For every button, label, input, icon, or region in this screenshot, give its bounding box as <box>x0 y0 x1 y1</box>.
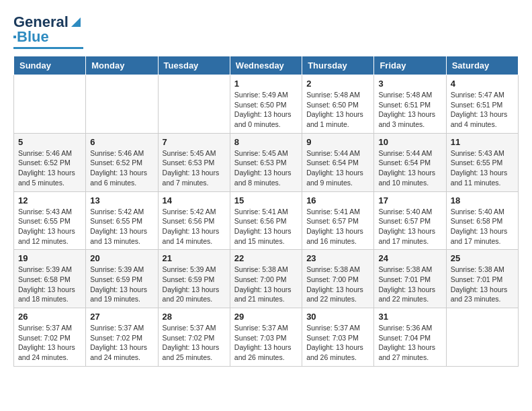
page-header: General Blue <box>13 13 519 49</box>
calendar-cell: 22Sunrise: 5:38 AM Sunset: 7:00 PM Dayli… <box>230 250 302 308</box>
day-number: 10 <box>378 137 441 147</box>
logo-triangle-icon <box>69 15 83 30</box>
day-number: 22 <box>234 253 298 263</box>
day-number: 13 <box>90 195 153 205</box>
calendar-table: SundayMondayTuesdayWednesdayThursdayFrid… <box>13 56 519 367</box>
day-number: 29 <box>234 312 298 322</box>
day-number: 19 <box>18 253 81 263</box>
calendar-cell: 1Sunrise: 5:49 AM Sunset: 6:50 PM Daylig… <box>230 75 302 134</box>
calendar-cell: 5Sunrise: 5:46 AM Sunset: 6:52 PM Daylig… <box>14 133 86 191</box>
calendar-week-row: 12Sunrise: 5:43 AM Sunset: 6:55 PM Dayli… <box>14 191 519 250</box>
calendar-cell: 2Sunrise: 5:48 AM Sunset: 6:50 PM Daylig… <box>302 75 374 134</box>
day-info: Sunrise: 5:44 AM Sunset: 6:54 PM Dayligh… <box>306 148 369 188</box>
calendar-cell: 23Sunrise: 5:38 AM Sunset: 7:00 PM Dayli… <box>302 250 374 308</box>
calendar-cell <box>158 75 230 134</box>
calendar-weekday-header: Thursday <box>302 56 374 75</box>
calendar-weekday-header: Tuesday <box>158 56 230 75</box>
day-info: Sunrise: 5:38 AM Sunset: 7:01 PM Dayligh… <box>451 265 514 304</box>
day-number: 4 <box>451 79 514 89</box>
calendar-cell: 16Sunrise: 5:41 AM Sunset: 6:57 PM Dayli… <box>302 191 374 250</box>
day-number: 25 <box>451 253 514 263</box>
day-number: 30 <box>306 312 369 322</box>
day-info: Sunrise: 5:43 AM Sunset: 6:55 PM Dayligh… <box>451 148 514 188</box>
calendar-cell: 15Sunrise: 5:41 AM Sunset: 6:56 PM Dayli… <box>230 191 302 250</box>
day-info: Sunrise: 5:40 AM Sunset: 6:57 PM Dayligh… <box>378 207 441 246</box>
calendar-weekday-header: Friday <box>374 56 446 75</box>
calendar-cell: 25Sunrise: 5:38 AM Sunset: 7:01 PM Dayli… <box>446 250 518 308</box>
day-number: 17 <box>378 195 441 205</box>
day-info: Sunrise: 5:39 AM Sunset: 6:59 PM Dayligh… <box>163 265 226 304</box>
day-info: Sunrise: 5:41 AM Sunset: 6:57 PM Dayligh… <box>306 207 369 246</box>
day-number: 26 <box>18 312 81 322</box>
day-number: 11 <box>451 137 514 147</box>
day-info: Sunrise: 5:37 AM Sunset: 7:03 PM Dayligh… <box>234 323 298 363</box>
calendar-week-row: 19Sunrise: 5:39 AM Sunset: 6:58 PM Dayli… <box>14 250 519 308</box>
calendar-cell <box>86 75 158 134</box>
calendar-cell: 28Sunrise: 5:37 AM Sunset: 7:02 PM Dayli… <box>158 308 230 367</box>
day-info: Sunrise: 5:38 AM Sunset: 7:00 PM Dayligh… <box>306 265 369 304</box>
calendar-cell: 26Sunrise: 5:37 AM Sunset: 7:02 PM Dayli… <box>14 308 86 367</box>
calendar-weekday-header: Saturday <box>446 56 518 75</box>
day-info: Sunrise: 5:46 AM Sunset: 6:52 PM Dayligh… <box>90 148 153 188</box>
day-number: 24 <box>378 253 441 263</box>
day-info: Sunrise: 5:41 AM Sunset: 6:56 PM Dayligh… <box>234 207 298 246</box>
calendar-week-row: 5Sunrise: 5:46 AM Sunset: 6:52 PM Daylig… <box>14 133 519 191</box>
calendar-cell: 18Sunrise: 5:40 AM Sunset: 6:58 PM Dayli… <box>446 191 518 250</box>
day-number: 23 <box>306 253 369 263</box>
calendar-weekday-header: Sunday <box>14 56 86 75</box>
calendar-cell: 12Sunrise: 5:43 AM Sunset: 6:55 PM Dayli… <box>14 191 86 250</box>
calendar-cell: 9Sunrise: 5:44 AM Sunset: 6:54 PM Daylig… <box>302 133 374 191</box>
day-info: Sunrise: 5:38 AM Sunset: 7:00 PM Dayligh… <box>234 265 298 304</box>
calendar-weekday-header: Wednesday <box>230 56 302 75</box>
day-number: 8 <box>234 137 298 147</box>
svg-marker-0 <box>71 17 81 27</box>
calendar-cell: 4Sunrise: 5:47 AM Sunset: 6:51 PM Daylig… <box>446 75 518 134</box>
day-number: 16 <box>306 195 369 205</box>
day-number: 9 <box>306 137 369 147</box>
day-number: 1 <box>234 79 298 89</box>
calendar-header-row: SundayMondayTuesdayWednesdayThursdayFrid… <box>14 56 519 75</box>
calendar-cell: 14Sunrise: 5:42 AM Sunset: 6:56 PM Dayli… <box>158 191 230 250</box>
calendar-cell: 30Sunrise: 5:37 AM Sunset: 7:03 PM Dayli… <box>302 308 374 367</box>
day-info: Sunrise: 5:42 AM Sunset: 6:55 PM Dayligh… <box>90 207 153 246</box>
calendar-cell: 7Sunrise: 5:45 AM Sunset: 6:53 PM Daylig… <box>158 133 230 191</box>
calendar-cell: 6Sunrise: 5:46 AM Sunset: 6:52 PM Daylig… <box>86 133 158 191</box>
day-number: 12 <box>18 195 81 205</box>
day-number: 18 <box>451 195 514 205</box>
calendar-cell: 29Sunrise: 5:37 AM Sunset: 7:03 PM Dayli… <box>230 308 302 367</box>
calendar-cell: 8Sunrise: 5:45 AM Sunset: 6:53 PM Daylig… <box>230 133 302 191</box>
day-info: Sunrise: 5:40 AM Sunset: 6:58 PM Dayligh… <box>451 207 514 246</box>
day-info: Sunrise: 5:42 AM Sunset: 6:56 PM Dayligh… <box>163 207 226 246</box>
calendar-cell: 3Sunrise: 5:48 AM Sunset: 6:51 PM Daylig… <box>374 75 446 134</box>
calendar-cell: 31Sunrise: 5:36 AM Sunset: 7:04 PM Dayli… <box>374 308 446 367</box>
day-info: Sunrise: 5:37 AM Sunset: 7:02 PM Dayligh… <box>18 323 81 363</box>
day-number: 6 <box>90 137 153 147</box>
calendar-cell: 11Sunrise: 5:43 AM Sunset: 6:55 PM Dayli… <box>446 133 518 191</box>
day-info: Sunrise: 5:46 AM Sunset: 6:52 PM Dayligh… <box>18 148 81 188</box>
logo: General Blue <box>13 13 83 49</box>
calendar-cell: 10Sunrise: 5:44 AM Sunset: 6:54 PM Dayli… <box>374 133 446 191</box>
day-number: 14 <box>163 195 226 205</box>
day-info: Sunrise: 5:47 AM Sunset: 6:51 PM Dayligh… <box>451 90 514 130</box>
day-info: Sunrise: 5:37 AM Sunset: 7:02 PM Dayligh… <box>90 323 153 363</box>
day-number: 2 <box>306 79 369 89</box>
day-info: Sunrise: 5:39 AM Sunset: 6:59 PM Dayligh… <box>90 265 153 304</box>
calendar-weekday-header: Monday <box>86 56 158 75</box>
calendar-week-row: 26Sunrise: 5:37 AM Sunset: 7:02 PM Dayli… <box>14 308 519 367</box>
calendar-cell: 24Sunrise: 5:38 AM Sunset: 7:01 PM Dayli… <box>374 250 446 308</box>
day-info: Sunrise: 5:44 AM Sunset: 6:54 PM Dayligh… <box>378 148 441 188</box>
day-number: 20 <box>90 253 153 263</box>
day-info: Sunrise: 5:49 AM Sunset: 6:50 PM Dayligh… <box>234 90 298 130</box>
calendar-week-row: 1Sunrise: 5:49 AM Sunset: 6:50 PM Daylig… <box>14 75 519 134</box>
day-info: Sunrise: 5:36 AM Sunset: 7:04 PM Dayligh… <box>378 323 441 363</box>
calendar-cell: 13Sunrise: 5:42 AM Sunset: 6:55 PM Dayli… <box>86 191 158 250</box>
day-number: 21 <box>163 253 226 263</box>
day-number: 3 <box>378 79 441 89</box>
day-info: Sunrise: 5:45 AM Sunset: 6:53 PM Dayligh… <box>163 148 226 188</box>
day-info: Sunrise: 5:48 AM Sunset: 6:51 PM Dayligh… <box>378 90 441 130</box>
calendar-cell: 20Sunrise: 5:39 AM Sunset: 6:59 PM Dayli… <box>86 250 158 308</box>
logo-blue-text: Blue <box>17 28 49 46</box>
day-info: Sunrise: 5:43 AM Sunset: 6:55 PM Dayligh… <box>18 207 81 246</box>
calendar-cell <box>14 75 86 134</box>
day-info: Sunrise: 5:39 AM Sunset: 6:58 PM Dayligh… <box>18 265 81 304</box>
